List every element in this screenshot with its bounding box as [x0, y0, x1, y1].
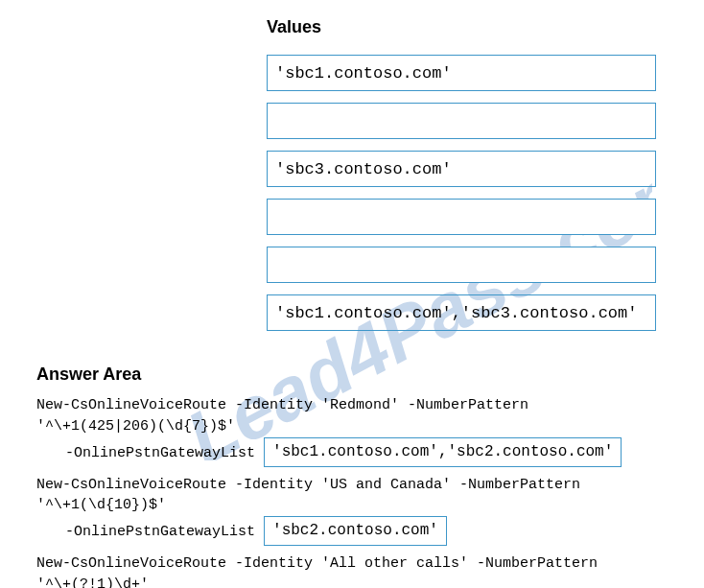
- value-box[interactable]: [267, 103, 656, 139]
- command-line: New-CsOnlineVoiceRoute -Identity 'US and…: [36, 475, 679, 496]
- value-text: 'sbc1.contoso.com','sbc3.contoso.com': [275, 304, 637, 322]
- gateway-prefix: -OnlinePstnGatewayList: [65, 524, 255, 540]
- answer-area-heading: Answer Area: [36, 365, 141, 385]
- command-line: -OnlinePstnGatewayList 'sbc2.contoso.com…: [36, 516, 679, 546]
- command-line: New-CsOnlineVoiceRoute -Identity 'Redmon…: [36, 395, 679, 416]
- command-block: New-CsOnlineVoiceRoute -Identity 'Redmon…: [36, 395, 679, 467]
- value-box[interactable]: [267, 247, 656, 283]
- drop-target-box[interactable]: 'sbc2.contoso.com': [264, 516, 447, 546]
- command-line: New-CsOnlineVoiceRoute -Identity 'All ot…: [36, 553, 679, 575]
- values-section: Values 'sbc1.contoso.com' 'sbc3.contoso.…: [267, 17, 656, 342]
- value-box[interactable]: [267, 199, 656, 235]
- value-box[interactable]: 'sbc3.contoso.com': [267, 151, 656, 187]
- command-block: New-CsOnlineVoiceRoute -Identity 'All ot…: [36, 553, 679, 588]
- value-box[interactable]: 'sbc1.contoso.com': [267, 55, 656, 91]
- values-heading: Values: [267, 17, 656, 37]
- command-line: '^\+(?!1)\d+': [36, 575, 679, 588]
- answer-area: New-CsOnlineVoiceRoute -Identity 'Redmon…: [36, 395, 679, 588]
- command-line: '^\+1(425|206)(\d{7})$': [36, 416, 679, 437]
- command-line: -OnlinePstnGatewayList 'sbc1.contoso.com…: [36, 437, 679, 467]
- gateway-prefix: -OnlinePstnGatewayList: [65, 444, 255, 460]
- command-block: New-CsOnlineVoiceRoute -Identity 'US and…: [36, 475, 679, 547]
- command-line: '^\+1(\d{10})$': [36, 495, 679, 516]
- drop-target-box[interactable]: 'sbc1.contoso.com','sbc2.contoso.com': [264, 437, 622, 467]
- value-text: 'sbc3.contoso.com': [275, 160, 452, 178]
- value-text: 'sbc1.contoso.com': [275, 64, 452, 82]
- value-box[interactable]: 'sbc1.contoso.com','sbc3.contoso.com': [267, 294, 656, 331]
